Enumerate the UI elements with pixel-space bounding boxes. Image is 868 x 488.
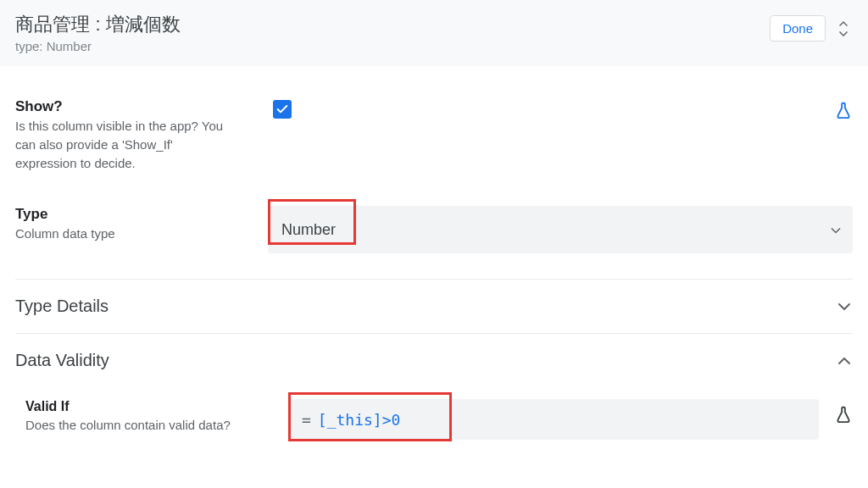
expression-rest: >0	[382, 411, 401, 429]
type-select[interactable]: Number	[268, 206, 853, 253]
show-control	[268, 98, 819, 119]
valid-if-expression-field[interactable]: = [_this] >0	[288, 399, 819, 440]
type-select-wrap: Number	[268, 206, 853, 253]
header-title-block: 商品管理 : 増減個数 type: Number	[15, 12, 181, 53]
section-type-details[interactable]: Type Details	[15, 280, 853, 333]
show-row: Show? Is this column visible in the app?…	[15, 81, 853, 192]
page-header: 商品管理 : 増減個数 type: Number Done	[0, 0, 868, 66]
show-label-desc: Is this column visible in the app? You c…	[15, 117, 236, 172]
section-data-validity[interactable]: Data Validity	[15, 334, 853, 387]
done-button[interactable]: Done	[770, 15, 826, 42]
valid-if-title: Valid If	[25, 399, 288, 414]
type-label-desc: Column data type	[15, 225, 236, 243]
type-row: Type Column data type Number	[15, 192, 853, 279]
expression-equals: =	[302, 411, 311, 429]
show-checkbox[interactable]	[273, 100, 292, 119]
header-actions: Done	[770, 12, 853, 42]
type-label-block: Type Column data type	[15, 206, 268, 243]
type-label-title: Type	[15, 206, 268, 223]
editor-body: Show? Is this column visible in the app?…	[0, 66, 868, 440]
page-title: 商品管理 : 増減個数	[15, 12, 181, 37]
reorder-handle[interactable]	[834, 17, 853, 41]
expression-column-ref: [_this]	[318, 411, 382, 429]
show-label-block: Show? Is this column visible in the app?…	[15, 98, 268, 172]
section-type-details-title: Type Details	[15, 297, 108, 316]
caret-down-icon	[831, 221, 841, 239]
page-subtitle: type: Number	[15, 39, 181, 53]
valid-if-row: Valid If Does the column contain valid d…	[15, 387, 853, 440]
valid-if-field-wrap: = [_this] >0	[288, 399, 819, 440]
chevron-down-icon	[837, 299, 851, 314]
valid-if-desc: Does the column contain valid data?	[25, 416, 237, 434]
type-control: Number	[268, 206, 853, 253]
section-data-validity-title: Data Validity	[15, 351, 109, 370]
valid-if-flask-button[interactable]	[819, 399, 853, 424]
show-flask-button[interactable]	[819, 98, 853, 120]
chevron-up-icon	[837, 353, 851, 369]
valid-if-label-block: Valid If Does the column contain valid d…	[25, 399, 288, 434]
type-select-value: Number	[281, 221, 336, 239]
show-label-title: Show?	[15, 98, 268, 115]
